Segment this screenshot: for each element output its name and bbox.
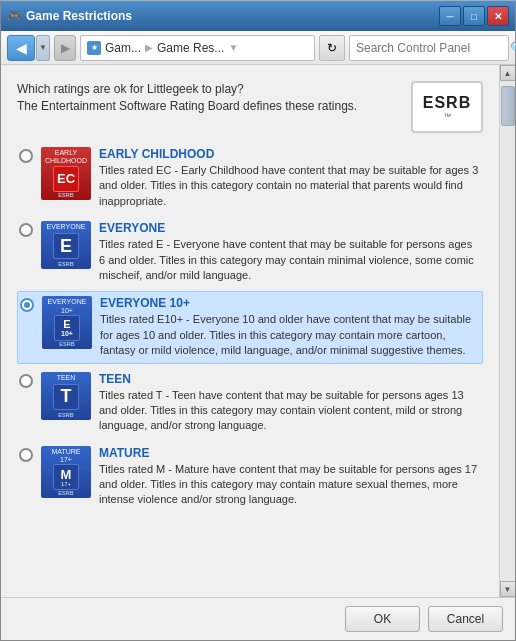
breadcrumb-sep1: ▶ bbox=[145, 42, 153, 53]
rating-info-e: EVERYONE Titles rated E - Everyone have … bbox=[99, 221, 481, 283]
search-input[interactable] bbox=[356, 41, 506, 55]
rating-badge-e10: EVERYONE10+ E 10+ ESRB bbox=[42, 296, 92, 349]
minimize-button[interactable]: ─ bbox=[439, 6, 461, 26]
forward-button[interactable]: ▶ bbox=[54, 35, 76, 61]
rating-item-e[interactable]: EVERYONE E ESRB EVERYONE Titles rated E … bbox=[17, 217, 483, 287]
rating-badge-ec: EARLYCHILDHOOD EC ESRB bbox=[41, 147, 91, 200]
search-box: 🔍 bbox=[349, 35, 509, 61]
rating-item-e10[interactable]: EVERYONE10+ E 10+ ESRB EVERYONE 10+ Titl… bbox=[17, 291, 483, 363]
radio-t[interactable] bbox=[19, 374, 33, 388]
refresh-button[interactable]: ↻ bbox=[319, 35, 345, 61]
header-line2: The Entertainment Software Rating Board … bbox=[17, 98, 399, 115]
rating-title-e: EVERYONE bbox=[99, 221, 481, 235]
breadcrumb-dropdown[interactable]: ▼ bbox=[228, 42, 238, 53]
rating-info-ec: EARLY CHILDHOOD Titles rated EC - Early … bbox=[99, 147, 481, 209]
rating-title-m: MATURE bbox=[99, 446, 481, 460]
main-window: 🎮 Game Restrictions ─ □ ✕ ◀ ▼ ▶ ★ Gam...… bbox=[0, 0, 516, 641]
ratings-list: EARLYCHILDHOOD EC ESRB EARLY CHILDHOOD T… bbox=[17, 143, 483, 589]
breadcrumb-bar: ★ Gam... ▶ Game Res... ▼ bbox=[80, 35, 315, 61]
scroll-track[interactable] bbox=[500, 81, 515, 581]
search-icon: 🔍 bbox=[510, 41, 516, 55]
rating-badge-m: MATURE17+ M 17+ ESRB bbox=[41, 446, 91, 499]
bottom-bar: OK Cancel bbox=[1, 597, 515, 640]
radio-m[interactable] bbox=[19, 448, 33, 462]
rating-title-ec: EARLY CHILDHOOD bbox=[99, 147, 481, 161]
rating-desc-e10: Titles rated E10+ - Everyone 10 and olde… bbox=[100, 312, 480, 358]
title-bar: 🎮 Game Restrictions ─ □ ✕ bbox=[1, 1, 515, 31]
radio-e[interactable] bbox=[19, 223, 33, 237]
rating-info-t: TEEN Titles rated T - Teen have content … bbox=[99, 372, 481, 434]
breadcrumb-part1[interactable]: Gam... bbox=[105, 41, 141, 55]
header-section: Which ratings are ok for Littlegeek to p… bbox=[17, 81, 483, 133]
content-area: Which ratings are ok for Littlegeek to p… bbox=[1, 65, 515, 597]
rating-desc-m: Titles rated M - Mature have content tha… bbox=[99, 462, 481, 508]
cancel-button[interactable]: Cancel bbox=[428, 606, 503, 632]
back-dropdown-button[interactable]: ▼ bbox=[36, 35, 50, 61]
scroll-down-button[interactable]: ▼ bbox=[500, 581, 516, 597]
scrollbar: ▲ ▼ bbox=[499, 65, 515, 597]
maximize-button[interactable]: □ bbox=[463, 6, 485, 26]
esrb-text: ESRB bbox=[423, 94, 471, 112]
breadcrumb-icon: ★ bbox=[87, 41, 101, 55]
title-bar-text: Game Restrictions bbox=[26, 9, 439, 23]
breadcrumb-part2[interactable]: Game Res... bbox=[157, 41, 224, 55]
rating-item-m[interactable]: MATURE17+ M 17+ ESRB MATURE Titles rated… bbox=[17, 442, 483, 512]
rating-badge-t: TEEN T ESRB bbox=[41, 372, 91, 420]
back-button[interactable]: ◀ bbox=[7, 35, 35, 61]
rating-desc-t: Titles rated T - Teen have content that … bbox=[99, 388, 481, 434]
rating-item-ec[interactable]: EARLYCHILDHOOD EC ESRB EARLY CHILDHOOD T… bbox=[17, 143, 483, 213]
header-text: Which ratings are ok for Littlegeek to p… bbox=[17, 81, 399, 115]
rating-title-t: TEEN bbox=[99, 372, 481, 386]
header-line1: Which ratings are ok for Littlegeek to p… bbox=[17, 81, 399, 98]
esrb-tm: ™ bbox=[443, 112, 451, 121]
title-bar-icon: 🎮 bbox=[7, 9, 22, 23]
nav-bar: ◀ ▼ ▶ ★ Gam... ▶ Game Res... ▼ ↻ 🔍 bbox=[1, 31, 515, 65]
close-button[interactable]: ✕ bbox=[487, 6, 509, 26]
rating-title-e10: EVERYONE 10+ bbox=[100, 296, 480, 310]
radio-e10[interactable] bbox=[20, 298, 34, 312]
rating-info-m: MATURE Titles rated M - Mature have cont… bbox=[99, 446, 481, 508]
rating-desc-ec: Titles rated EC - Early Childhood have c… bbox=[99, 163, 481, 209]
rating-item-t[interactable]: TEEN T ESRB TEEN Titles rated T - Teen h… bbox=[17, 368, 483, 438]
rating-info-e10: EVERYONE 10+ Titles rated E10+ - Everyon… bbox=[100, 296, 480, 358]
ok-button[interactable]: OK bbox=[345, 606, 420, 632]
rating-badge-e: EVERYONE E ESRB bbox=[41, 221, 91, 269]
scroll-thumb[interactable] bbox=[501, 86, 515, 126]
rating-desc-e: Titles rated E - Everyone have content t… bbox=[99, 237, 481, 283]
radio-ec[interactable] bbox=[19, 149, 33, 163]
title-bar-controls: ─ □ ✕ bbox=[439, 6, 509, 26]
scroll-up-button[interactable]: ▲ bbox=[500, 65, 516, 81]
main-content: Which ratings are ok for Littlegeek to p… bbox=[1, 65, 499, 597]
esrb-logo: ESRB ™ bbox=[411, 81, 483, 133]
